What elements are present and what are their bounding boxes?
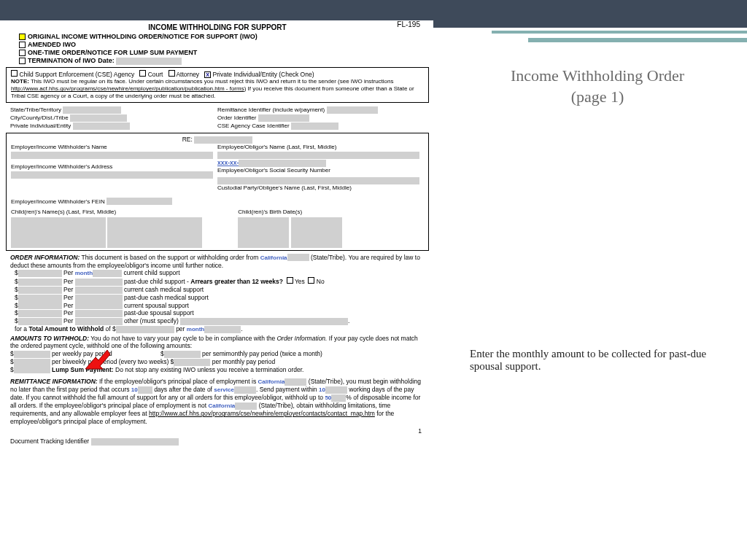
emp-addr-field[interactable] (11, 171, 213, 179)
per3: Per (63, 286, 73, 293)
aw5[interactable] (14, 366, 50, 373)
line4: past-due cash medical support (124, 294, 209, 301)
per4f[interactable] (75, 295, 123, 302)
tot3: of $ (104, 325, 116, 332)
checkbox-cse[interactable] (11, 70, 18, 77)
order-state: California (260, 254, 287, 261)
ssn-field[interactable] (239, 160, 326, 167)
rilink[interactable]: http://www.acf.hhs.gov/programs/cse/newh… (149, 410, 375, 417)
label-court: Court (148, 71, 163, 78)
per2: Per (63, 278, 73, 285)
checkbox-onetime[interactable] (19, 50, 26, 56)
child-name-1[interactable] (11, 217, 106, 248)
custodial-field[interactable] (217, 177, 419, 184)
per7f[interactable] (75, 318, 123, 325)
per1: Per (63, 269, 73, 276)
field-order[interactable] (258, 114, 309, 122)
amt5[interactable] (18, 302, 62, 309)
aw2[interactable] (164, 351, 201, 358)
checkbox-arrears-no[interactable] (308, 277, 314, 284)
checkbox-arrears-yes[interactable] (287, 277, 293, 284)
lst: Do not stop any existing IWO unless you … (114, 366, 304, 373)
field-case[interactable] (291, 122, 338, 130)
ristate2f[interactable] (235, 402, 257, 410)
remit-header: REMITTANCE INFORMATION: (10, 378, 98, 385)
awa2: per semimonthly pay period (twice a mont… (202, 350, 322, 357)
amt4[interactable] (18, 295, 62, 302)
child-dob-2[interactable] (291, 217, 342, 248)
field-remit[interactable] (327, 106, 378, 114)
amt3[interactable] (18, 287, 62, 294)
re-field[interactable] (194, 136, 252, 144)
other-field[interactable] (180, 318, 348, 325)
line1: current child support (124, 269, 180, 276)
id-city: City/County/Dist./Tribe (10, 114, 69, 121)
date-field[interactable] (116, 58, 182, 65)
rit3: . Send payment within (256, 386, 319, 393)
ristate: California (258, 378, 285, 385)
checkone-section: Child Support Enforcement (CSE) Agency C… (6, 67, 429, 104)
line5: current spousal support (124, 302, 189, 309)
order-info-header: ORDER INFORMATION: (10, 254, 80, 261)
field-priv[interactable] (73, 122, 130, 130)
label-attorney: Attorney (176, 71, 199, 78)
total-field[interactable] (116, 326, 174, 333)
checkbox-court[interactable] (139, 70, 146, 77)
slide-top-border-right (433, 20, 747, 28)
rit: If the employee/obligor's principal plac… (98, 378, 258, 385)
field-city[interactable] (70, 114, 127, 122)
obligor-field[interactable] (217, 152, 419, 159)
per1f[interactable] (93, 270, 122, 277)
label-termination: TERMINATION of IWO (28, 57, 96, 65)
dti-field[interactable] (91, 438, 179, 446)
rid1f[interactable] (138, 386, 152, 394)
per5f[interactable] (75, 302, 123, 309)
per3f[interactable] (75, 287, 123, 294)
month1: month (75, 270, 93, 276)
child-name-2[interactable] (107, 217, 202, 248)
risrvf[interactable] (234, 386, 256, 394)
aw3[interactable] (14, 359, 50, 366)
slide-accent-1 (492, 31, 747, 36)
aw4[interactable] (174, 359, 210, 366)
no: No (317, 278, 325, 285)
rid1: 10 (131, 386, 138, 393)
id-priv: Private Individual/Entity (10, 122, 71, 129)
field-state[interactable] (63, 106, 121, 114)
checkbox-attorney[interactable] (169, 70, 175, 77)
line2: past-due child support - (124, 278, 190, 285)
amt7[interactable] (18, 318, 62, 325)
amt2[interactable] (18, 279, 62, 286)
note-link[interactable]: http://www.acf.hhs.gov/programs/cse/newh… (11, 85, 244, 92)
instruction-panel: Income Withholding Order(page 1) Enter t… (470, 66, 725, 373)
fein-field[interactable] (107, 198, 172, 205)
slide-accent-2 (528, 38, 747, 42)
label-private: Private Individual/Entity (Check One) (213, 71, 314, 78)
tot2: Total Amount to Withhold (28, 325, 104, 332)
per6f[interactable] (75, 310, 123, 317)
checkbox-termination[interactable] (19, 58, 26, 64)
child-dob-1[interactable] (238, 217, 289, 248)
ripctf[interactable] (331, 394, 346, 402)
re-label: RE: (182, 136, 193, 143)
risrv: service (214, 386, 234, 393)
total-per-field[interactable] (204, 326, 241, 333)
amt1[interactable] (18, 270, 62, 277)
id-state: State/Tribe/Territory (10, 106, 61, 113)
emp-name-field[interactable] (11, 152, 213, 159)
emp-name-label: Employer/Income Withholder's Name (11, 144, 217, 151)
tot4: per (176, 325, 187, 332)
amt6[interactable] (18, 310, 62, 317)
order-state-field[interactable] (287, 254, 309, 261)
checkbox-amended[interactable] (19, 42, 26, 48)
note-text: This IWO must be regular on its face. Un… (29, 78, 394, 85)
checkbox-original[interactable] (19, 34, 26, 40)
custodial-label: Custodial Party/Obligee's Name (Last, Fi… (217, 184, 424, 192)
amounts-header: AMOUNTS TO WITHHOLD: (10, 335, 89, 342)
aw1[interactable] (14, 351, 50, 358)
rid2f[interactable] (325, 386, 347, 394)
ristatef[interactable] (285, 378, 306, 386)
per2f[interactable] (75, 279, 123, 286)
panel-body: Enter the monthly amount to be collected… (470, 348, 725, 373)
checkbox-private[interactable]: X (204, 71, 211, 78)
